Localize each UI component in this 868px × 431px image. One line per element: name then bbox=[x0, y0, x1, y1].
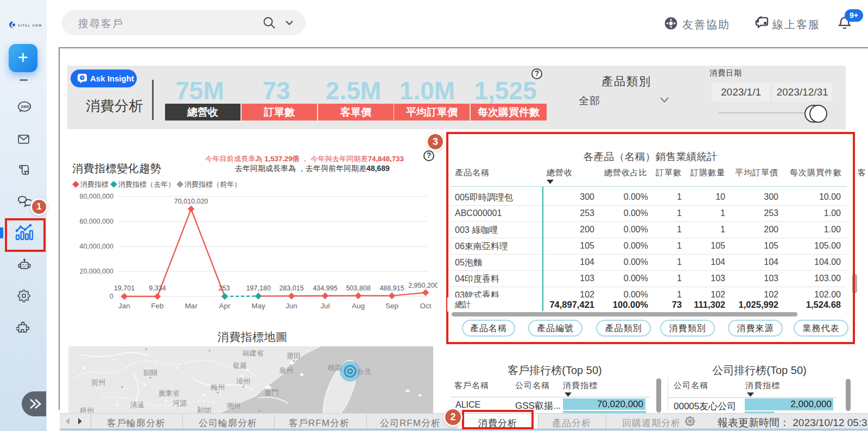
svg-text:488,915: 488,915 bbox=[379, 284, 404, 292]
svg-text:Oct: Oct bbox=[420, 302, 431, 310]
svg-text:19,701: 19,701 bbox=[114, 284, 135, 292]
svg-text:福建省: 福建省 bbox=[242, 349, 264, 357]
svg-text:Apr: Apr bbox=[219, 302, 231, 310]
svg-text:梧州: 梧州 bbox=[80, 407, 94, 413]
svg-text:台北: 台北 bbox=[357, 367, 371, 376]
svg-text:Mar: Mar bbox=[185, 302, 198, 310]
svg-text:70,010,020: 70,010,020 bbox=[174, 198, 208, 205]
svg-text:9,334: 9,334 bbox=[149, 284, 166, 292]
svg-text:河源: 河源 bbox=[173, 399, 187, 407]
svg-text:賀州: 賀州 bbox=[91, 378, 105, 386]
svg-text:廈門: 廈門 bbox=[264, 388, 278, 396]
svg-text:Jul: Jul bbox=[320, 302, 330, 310]
svg-text:May: May bbox=[251, 302, 265, 310]
svg-text:283,015: 283,015 bbox=[279, 284, 303, 292]
svg-text:503,808: 503,808 bbox=[346, 284, 370, 292]
svg-text:廣東省: 廣東省 bbox=[159, 389, 180, 397]
svg-text:0: 0 bbox=[110, 293, 113, 300]
svg-text:197,180: 197,180 bbox=[246, 284, 270, 292]
svg-text:Feb: Feb bbox=[151, 302, 163, 310]
svg-text:SMS: SMS bbox=[21, 104, 29, 109]
svg-text:莆田: 莆田 bbox=[287, 352, 301, 360]
svg-text:漳州: 漳州 bbox=[236, 377, 250, 385]
svg-text:梅州: 梅州 bbox=[210, 383, 225, 391]
svg-text:Jun: Jun bbox=[286, 302, 297, 310]
svg-text:龍巖: 龍巖 bbox=[233, 362, 247, 370]
svg-text:2,950,200: 2,950,200 bbox=[408, 282, 438, 289]
svg-text:VITAL CRM: VITAL CRM bbox=[18, 24, 42, 27]
svg-text:Jan: Jan bbox=[118, 302, 130, 310]
svg-text:清遠: 清遠 bbox=[130, 401, 144, 409]
svg-text:潮州: 潮州 bbox=[226, 402, 240, 410]
svg-text:253: 253 bbox=[219, 284, 230, 292]
svg-text:韶關: 韶關 bbox=[143, 369, 157, 377]
svg-text:Aug: Aug bbox=[352, 302, 365, 310]
svg-text:桃園: 桃園 bbox=[327, 364, 342, 372]
svg-text:泉州: 泉州 bbox=[279, 366, 293, 375]
svg-text:40,000,000: 40,000,000 bbox=[79, 243, 113, 250]
svg-text:434,995: 434,995 bbox=[313, 284, 337, 292]
svg-text:80,000,000: 80,000,000 bbox=[79, 193, 113, 200]
svg-text:60,000,000: 60,000,000 bbox=[79, 218, 113, 225]
svg-text:20,000,000: 20,000,000 bbox=[79, 268, 113, 275]
svg-text:Sep: Sep bbox=[385, 302, 398, 310]
